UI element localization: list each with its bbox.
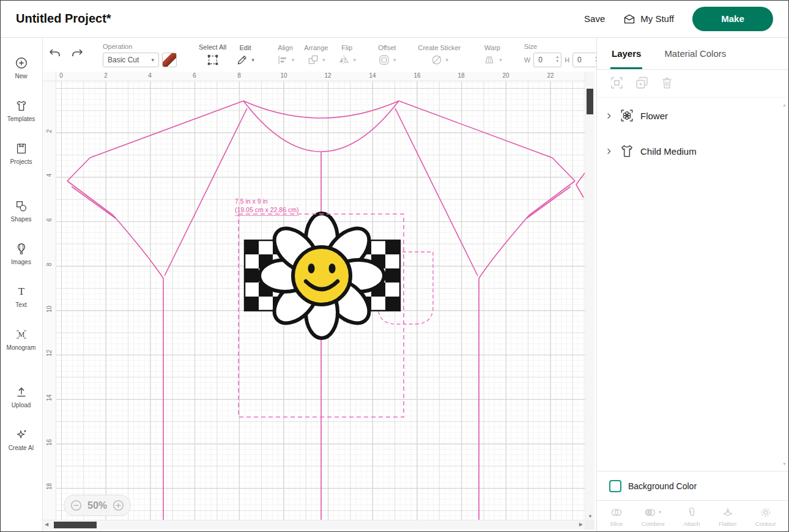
background-color-checkbox[interactable] (609, 480, 621, 492)
vertical-scrollbar[interactable]: ▼ (585, 72, 595, 520)
arrange-icon (307, 54, 319, 66)
design-grid[interactable]: 7.5 in x 9 in (19.05 cm x 22.86 cm) (56, 81, 585, 520)
sidebar-item-upload[interactable]: Upload (0, 375, 43, 418)
color-swatch[interactable] (162, 53, 177, 67)
sidebar-item-projects[interactable]: Projects (0, 132, 43, 175)
undo-button[interactable] (43, 48, 66, 62)
chevron-down-icon: ▾ (393, 57, 396, 63)
offset-icon (378, 54, 390, 66)
contour-icon (760, 506, 772, 519)
sidebar-item-monogram[interactable]: M Monogram (0, 318, 43, 361)
page-title: Untitled Project* (16, 12, 111, 26)
top-bar: Untitled Project* Save My Stuff Make (0, 0, 789, 38)
shirt-icon (15, 99, 28, 113)
ruler-horizontal: 0 2 4 6 8 10 12 14 16 18 20 22 (56, 72, 585, 81)
warp-icon (483, 54, 496, 66)
make-button[interactable]: Make (692, 7, 773, 31)
operation-select[interactable]: Basic Cut ▾ (103, 53, 159, 67)
combine-icon (644, 506, 656, 519)
flip-button[interactable]: Flip ▾ (333, 44, 361, 66)
attach-icon (686, 506, 698, 519)
pencil-icon (236, 54, 248, 66)
chevron-down-icon: ▾ (446, 57, 449, 63)
my-stuff-label: My Stuff (640, 13, 674, 24)
left-sidebar: New Templates Projects Shapes Images T T… (0, 38, 43, 532)
chevron-down-icon: ▾ (499, 57, 502, 63)
select-all-button[interactable]: Select All (194, 43, 231, 67)
flatten-button[interactable]: Flatten (719, 506, 736, 527)
sidebar-item-text[interactable]: T Text (0, 275, 43, 318)
upload-icon (15, 385, 28, 399)
offset-button[interactable]: Offset ▾ (373, 44, 401, 66)
sidebar-item-new[interactable]: New (0, 46, 43, 89)
trash-icon (659, 75, 675, 91)
slice-button[interactable]: Slice (610, 506, 623, 527)
monogram-icon: M (15, 328, 28, 341)
layers-list: ▲ Flower Child Medium ▼ (597, 98, 789, 471)
my-stuff-button[interactable]: My Stuff (623, 13, 674, 25)
vertical-scrollbar-thumb[interactable] (587, 89, 593, 114)
contour-button[interactable]: Contour (755, 506, 776, 527)
zoom-in-button[interactable] (113, 500, 124, 511)
plus-circle-icon (15, 56, 28, 70)
edit-menu-button[interactable]: Edit ▾ (231, 44, 259, 66)
warp-button[interactable]: Warp ▾ (478, 44, 507, 66)
chevron-down-icon: ▼ (658, 510, 662, 514)
scroll-left-arrow-icon[interactable]: ◀ (45, 522, 48, 527)
balloon-icon (15, 242, 28, 256)
scroll-right-arrow-icon[interactable]: ▶ (579, 522, 583, 527)
flatten-icon (722, 506, 734, 519)
list-scroll-up-icon[interactable]: ▲ (782, 103, 787, 107)
save-button[interactable]: Save (584, 13, 605, 24)
align-button[interactable]: Align ▾ (272, 44, 300, 66)
duplicate-icon (634, 75, 650, 91)
chevron-down-icon: ▾ (251, 57, 254, 63)
layer-row-flower[interactable]: Flower (597, 98, 789, 133)
arrange-button[interactable]: Arrange ▾ (299, 44, 333, 66)
horizontal-scrollbar-thumb[interactable] (54, 522, 97, 528)
sparkle-icon (15, 428, 28, 441)
group-icon (609, 75, 624, 91)
attach-button[interactable]: Attach (683, 506, 700, 527)
create-sticker-button[interactable]: Create Sticker ▾ (413, 44, 466, 66)
flower-group-icon (619, 108, 635, 124)
sidebar-item-templates[interactable]: Templates (0, 89, 43, 132)
sidebar-item-images[interactable]: Images (0, 232, 43, 275)
redo-icon (71, 48, 84, 60)
tab-material-colors[interactable]: Material Colors (664, 38, 726, 69)
align-icon (276, 54, 289, 66)
chevron-right-icon[interactable] (604, 111, 613, 120)
canvas-area: 0 2 4 6 8 10 12 14 16 18 20 22 2 4 6 8 1… (43, 72, 596, 532)
layers-toolbar (597, 70, 789, 98)
edit-toolbar: Operation Basic Cut ▾ Select All Edit ▾ … (43, 38, 596, 72)
panel-tabs: Layers Material Colors (597, 38, 789, 70)
flower-design[interactable] (245, 213, 400, 338)
scroll-down-arrow-icon[interactable]: ▼ (585, 514, 595, 519)
group-button[interactable] (609, 75, 624, 92)
redo-button[interactable] (66, 48, 89, 62)
layer-row-child-medium[interactable]: Child Medium (597, 133, 789, 169)
duplicate-button[interactable] (634, 75, 650, 92)
chevron-down-icon: ▾ (353, 57, 356, 63)
combine-button[interactable]: ▼ Combine (642, 506, 665, 527)
list-scroll-down-icon[interactable]: ▼ (782, 462, 787, 466)
scrollbar-corner (585, 520, 595, 530)
my-stuff-box-icon (623, 13, 635, 25)
chevron-right-icon[interactable] (604, 147, 613, 156)
sidebar-item-shapes[interactable]: Shapes (0, 190, 43, 232)
layers-panel: Layers Material Colors ▲ Flower Child Me… (596, 38, 789, 532)
chevron-down-icon: ▾ (151, 57, 154, 63)
zoom-out-button[interactable] (70, 500, 82, 511)
undo-icon (48, 48, 61, 60)
background-color-row: Background Color (597, 471, 789, 500)
width-stepper[interactable]: ▲▼ (555, 55, 559, 65)
delete-button[interactable] (659, 75, 675, 92)
tab-layers[interactable]: Layers (612, 38, 641, 69)
horizontal-scrollbar[interactable]: ◀ ▶ (43, 520, 585, 530)
selection-size-label: 7.5 in x 9 in (19.05 cm x 22.86 cm) (235, 198, 298, 216)
sidebar-item-create-ai[interactable]: Create AI (0, 418, 43, 461)
project-file-icon (15, 142, 28, 155)
svg-text:M: M (18, 330, 24, 339)
background-color-label: Background Color (628, 481, 697, 491)
svg-text:T: T (18, 286, 24, 297)
